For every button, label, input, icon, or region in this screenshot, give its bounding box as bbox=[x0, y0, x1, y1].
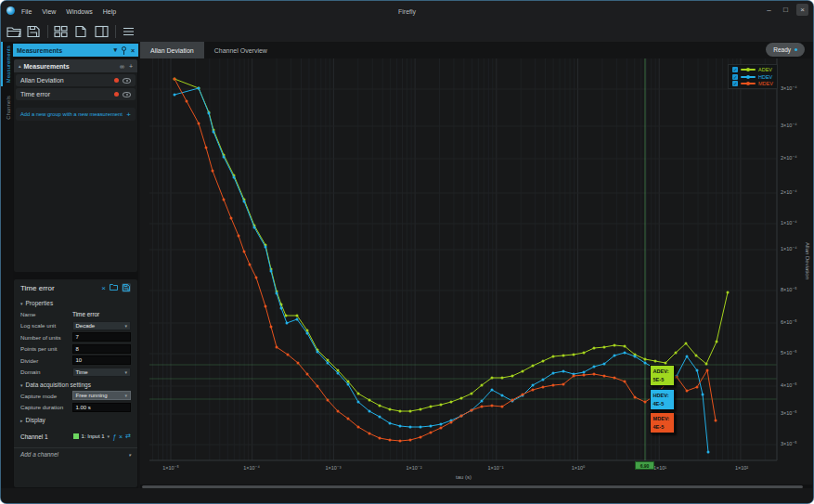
legend-dot-icon bbox=[746, 68, 750, 71]
property-dropdown[interactable]: Time▾ bbox=[72, 368, 132, 377]
collapse-icon[interactable]: ▴ bbox=[19, 63, 21, 69]
tab-allan-deviation[interactable]: Allan Deviation bbox=[140, 42, 204, 58]
y-tick-label: 2×10⁻⁴ bbox=[781, 155, 797, 161]
remove-channel-icon[interactable]: × bbox=[119, 433, 123, 440]
measurement-item[interactable]: Time error bbox=[16, 88, 136, 100]
legend-checkbox[interactable]: ✓ bbox=[732, 74, 738, 80]
x-tick-label: 1×10⁻⁵ bbox=[155, 465, 187, 471]
measurement-item[interactable]: Allan Deviation bbox=[16, 74, 136, 86]
x-tick-label: 1×10⁻¹ bbox=[480, 465, 511, 471]
measurements-group-title: Measurements bbox=[24, 63, 70, 70]
legend-dot-icon bbox=[746, 82, 750, 85]
section-title: Properties bbox=[26, 300, 54, 306]
new-file-icon[interactable] bbox=[74, 25, 89, 38]
link-icon[interactable]: ∞ bbox=[120, 63, 124, 70]
function-icon[interactable]: ƒ bbox=[112, 433, 116, 440]
maximize-button[interactable]: □ bbox=[780, 4, 792, 16]
folder-icon[interactable] bbox=[110, 283, 118, 292]
allan-deviation-chart[interactable]: ✓ADEV✓HDEV✓MDEV1×10⁻⁵1×10⁻⁴1×10⁻³1×10⁻²1… bbox=[140, 58, 812, 485]
legend-row-adev[interactable]: ✓ADEV bbox=[732, 67, 773, 72]
visibility-eye-icon[interactable] bbox=[123, 92, 131, 97]
section-header-data-acquisition-settings[interactable]: ▾Data acquisition settings bbox=[14, 378, 137, 390]
chevron-down-icon: ▾ bbox=[124, 393, 127, 398]
menu-windows[interactable]: Windows bbox=[66, 8, 92, 15]
ready-status-button[interactable]: Ready bbox=[766, 43, 805, 57]
record-dot-icon bbox=[114, 92, 119, 97]
legend-checkbox[interactable]: ✓ bbox=[732, 67, 738, 72]
property-input[interactable]: 8 bbox=[72, 344, 132, 354]
add-measurement-icon[interactable]: + bbox=[129, 63, 133, 70]
legend-label: MDEV bbox=[758, 81, 773, 86]
legend-row-mdev[interactable]: ✓MDEV bbox=[732, 81, 773, 86]
property-input[interactable]: 1.00 s bbox=[72, 403, 132, 412]
y-tick-label: 1×10⁻⁴ bbox=[781, 220, 797, 226]
property-label: Capture mode bbox=[20, 393, 72, 399]
callout-label: ADEV: bbox=[653, 368, 672, 377]
callout-value: 4E-5 bbox=[653, 400, 672, 409]
close-measurement-icon[interactable]: × bbox=[101, 284, 106, 292]
dock-tab-channels[interactable]: Channels bbox=[1, 92, 13, 123]
callout-mdev: MDEV:4E-5 bbox=[650, 412, 675, 433]
y-tick-label: 3×10⁻⁴ bbox=[781, 123, 797, 128]
measurement-name: Allan Deviation bbox=[20, 77, 64, 84]
property-label: Number of units bbox=[20, 334, 72, 341]
menu-bar: FileViewWindowsHelp bbox=[21, 1, 116, 21]
property-row: Points per unit8 bbox=[14, 343, 137, 355]
property-dropdown[interactable]: Free running▾ bbox=[72, 391, 132, 400]
cursor-value-badge: 6.90 bbox=[635, 461, 654, 470]
save-file-icon[interactable] bbox=[27, 25, 42, 38]
menu-file[interactable]: File bbox=[21, 8, 32, 15]
channel-color-swatch[interactable] bbox=[73, 433, 79, 439]
plot-canvas[interactable] bbox=[140, 58, 812, 485]
swap-icon[interactable]: ⇄ bbox=[125, 433, 131, 440]
panel-close-icon[interactable]: × bbox=[131, 47, 135, 54]
measurements-panel-header[interactable]: Measurements ▾ × bbox=[13, 44, 138, 57]
section-title: Display bbox=[26, 417, 45, 423]
bottom-strip bbox=[1, 488, 813, 503]
channel-select[interactable]: 1: Input 1 bbox=[82, 433, 105, 439]
minimize-button[interactable]: – bbox=[763, 4, 775, 16]
add-channel-button[interactable]: Add a channel ▾ bbox=[14, 447, 137, 460]
menu-help[interactable]: Help bbox=[103, 8, 116, 15]
chevron-down-icon[interactable]: ▾ bbox=[128, 452, 131, 458]
plus-icon[interactable]: + bbox=[126, 110, 131, 119]
section-collapse-icon[interactable]: ▾ bbox=[20, 382, 23, 388]
chevron-down-icon: ▾ bbox=[124, 369, 127, 375]
legend-dot-icon bbox=[746, 75, 750, 79]
save-icon[interactable] bbox=[122, 283, 131, 292]
legend-row-hdev[interactable]: ✓HDEV bbox=[732, 74, 773, 80]
close-button[interactable]: × bbox=[796, 4, 808, 16]
visibility-eye-icon[interactable] bbox=[123, 78, 131, 84]
menu-view[interactable]: View bbox=[42, 8, 56, 15]
section-header-display[interactable]: ▸Display bbox=[14, 413, 137, 425]
property-row: NameTime error bbox=[14, 308, 137, 320]
property-row: DomainTime▾ bbox=[14, 367, 137, 379]
panel-menu-icon[interactable]: ▾ bbox=[113, 46, 117, 54]
pin-icon[interactable] bbox=[122, 46, 126, 51]
list-menu-icon[interactable] bbox=[122, 25, 136, 38]
chevron-down-icon[interactable]: ▾ bbox=[108, 433, 110, 439]
measurements-group-header[interactable]: ▴ Measurements ∞ + bbox=[14, 59, 137, 72]
property-label: Points per unit bbox=[20, 345, 72, 352]
dock-tab-measurements[interactable]: Measurements bbox=[1, 42, 13, 86]
legend-line-sample bbox=[741, 83, 756, 84]
property-input[interactable]: 7 bbox=[72, 332, 132, 342]
section-collapse-icon[interactable]: ▸ bbox=[20, 418, 23, 423]
measurement-name: Time error bbox=[20, 91, 50, 97]
property-label: Name bbox=[20, 311, 72, 317]
windows-grid-icon[interactable] bbox=[54, 25, 69, 38]
legend-checkbox[interactable]: ✓ bbox=[732, 81, 738, 86]
y-tick-label: 4×10⁻⁵ bbox=[781, 382, 797, 388]
property-dropdown[interactable]: Decade▾ bbox=[72, 321, 132, 330]
window-controls: –□× bbox=[763, 4, 808, 16]
property-input[interactable]: 10 bbox=[72, 355, 132, 365]
open-folder-icon[interactable] bbox=[6, 25, 21, 38]
add-group-button[interactable]: Add a new group with a new measurement + bbox=[16, 108, 136, 121]
tab-channel-overview[interactable]: Channel Overview bbox=[204, 42, 278, 58]
dock-strip: MeasurementsChannels bbox=[1, 42, 13, 488]
section-header-properties[interactable]: ▾Properties bbox=[14, 296, 137, 308]
y-tick-label: 6×10⁻⁵ bbox=[781, 319, 797, 325]
layout-columns-icon[interactable] bbox=[95, 25, 110, 38]
property-label: Log scale unit bbox=[20, 322, 72, 329]
section-collapse-icon[interactable]: ▾ bbox=[20, 301, 23, 306]
